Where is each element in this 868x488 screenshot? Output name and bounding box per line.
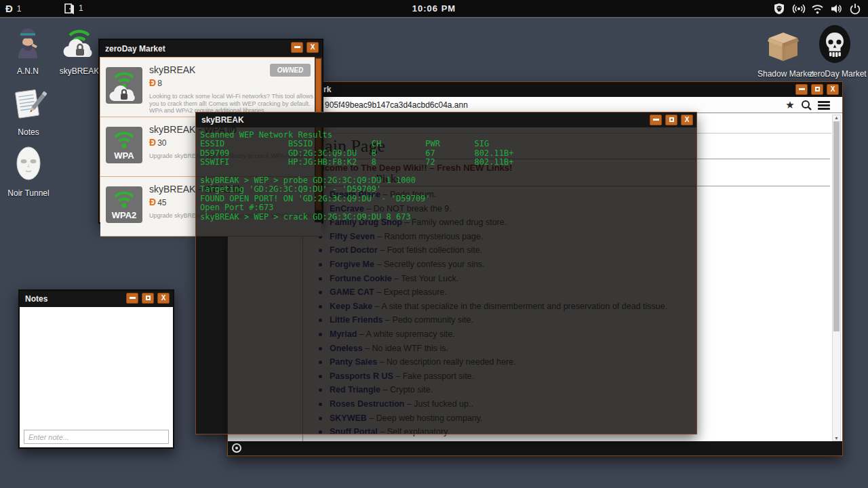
terminal-line: D59709 GD:2G:3C:Q9:DU 8 67 802.11B+ [200, 149, 692, 158]
terminal-line: Open Port #:673 [200, 203, 692, 212]
icon-protocol-label: WPA [106, 150, 142, 161]
close-button[interactable]: X [681, 115, 693, 125]
detective-icon [10, 26, 45, 64]
note-input[interactable] [24, 430, 169, 444]
terminal-line [200, 167, 692, 176]
page-scrollbar[interactable]: ▲ ▼ [832, 115, 841, 441]
broadcast-icon[interactable] [792, 3, 804, 15]
close-button[interactable]: X [157, 293, 170, 304]
notes-body [20, 307, 173, 447]
status-circle-icon[interactable] [232, 443, 241, 453]
item-title: skyBREAK [149, 64, 195, 75]
close-button[interactable]: X [827, 84, 839, 95]
terminal-line: FOUND OPEN PORT! ON 'GD:2G:3C:Q9:DU' - '… [200, 195, 692, 203]
shield-skull-icon[interactable] [773, 3, 785, 15]
skull-icon [816, 24, 853, 66]
item-wifi-icon [106, 67, 142, 104]
bitcoin-icon: Ð [149, 77, 156, 88]
icon-protocol-label: WPA2 [106, 210, 142, 220]
terminal-line: SSWIFI HP:JG:HB:F8:K2 8 72 802.11B+ [200, 158, 692, 167]
mask-icon [11, 145, 46, 186]
market-item[interactable]: skyBREAK Ð8 OWNED Looking to crack some … [100, 58, 321, 117]
desktop-icon-skybreak[interactable]: skyBREAK [54, 24, 105, 76]
owned-badge: OWNED [270, 64, 311, 77]
volume-icon[interactable] [830, 3, 842, 15]
price-value: 8 [157, 79, 162, 88]
scroll-down-arrow[interactable]: ▼ [833, 436, 840, 441]
maximize-button[interactable] [142, 293, 154, 304]
terminal-title: skyBREAK [196, 115, 244, 125]
item-price: Ð45 [149, 197, 166, 207]
item-wifi-icon: WPA2 [106, 186, 142, 223]
notes-window: Notes X [18, 289, 174, 449]
desktop-icon-notes[interactable]: Notes [3, 85, 54, 137]
maximize-button[interactable] [811, 84, 823, 95]
desktop-icon-label: Notes [3, 127, 54, 137]
minimize-button[interactable] [126, 293, 138, 304]
scrollbar-thumb[interactable] [833, 121, 840, 331]
price-value: 45 [157, 198, 166, 207]
bitcoin-icon: Ð [149, 197, 156, 207]
terminal-line: Scanned WEP Network Results [200, 131, 692, 140]
notepad-icon [10, 85, 47, 125]
terminal-line: skyBREAK > WEP > probe GD:2G:3C:Q9:DU 1 … [200, 176, 692, 185]
market-titlebar[interactable]: zeroDay Market X [100, 40, 322, 57]
terminal-line: ESSID BSSID CH PWR SIG [200, 140, 692, 148]
notes-titlebar[interactable]: Notes X [20, 291, 173, 307]
item-wifi-icon: WPA [106, 127, 142, 163]
market-title: zeroDay Market [100, 44, 165, 54]
desktop-icon-ann[interactable]: A.N.N [2, 26, 54, 76]
wifi-icon[interactable] [811, 3, 823, 15]
terminal-line: Targeting 'GD:2G:3C:Q9:DU' - 'D59709' [200, 185, 692, 194]
box-icon [764, 27, 803, 66]
clock: 10:06 PM [0, 3, 868, 14]
terminal-output[interactable]: Scanned WEP Network Results ESSID BSSID … [196, 127, 696, 434]
terminal-line: skyBREAK > WEP > crack GD:2G:3C:Q9:DU 8 … [200, 213, 692, 222]
desktop-icon-label: Noir Tunnel [3, 188, 54, 198]
item-price: Ð8 [149, 77, 162, 88]
desktop-icon-zeroday-market[interactable]: zeroDay Market [809, 24, 861, 79]
top-status-bar: Ð 1 1 10:06 PM [0, 0, 868, 18]
desktop-icon-shadow-market[interactable]: Shadow Market [757, 27, 809, 79]
terminal-window: skyBREAK X Scanned WEP Network Results E… [195, 112, 697, 434]
notes-title: Notes [20, 294, 47, 304]
minimize-button[interactable] [795, 84, 808, 95]
maximize-button[interactable] [665, 115, 677, 125]
desktop-icon-noir-tunnel[interactable]: Noir Tunnel [3, 145, 54, 198]
close-button[interactable]: X [307, 42, 319, 53]
price-value: 30 [157, 138, 166, 148]
menu-icon[interactable] [818, 99, 830, 111]
desktop-icon-label: zeroDay Market [809, 69, 861, 79]
bookmark-star-icon[interactable]: ★ [784, 99, 796, 111]
desktop-icon-label: A.N.N [2, 66, 54, 76]
minimize-button[interactable] [291, 42, 303, 53]
terminal-titlebar[interactable]: skyBREAK X [196, 113, 696, 127]
desktop-icon-label: Shadow Market [757, 69, 809, 79]
search-icon[interactable] [800, 99, 812, 111]
browser-bottombar [228, 441, 842, 455]
scroll-up-arrow[interactable]: ▲ [833, 115, 840, 120]
item-price: Ð30 [149, 137, 166, 148]
desktop-icon-label: skyBREAK [54, 66, 105, 76]
minimize-button[interactable] [650, 115, 662, 125]
wifi-cloud-lock-icon [60, 24, 98, 64]
item-description: Looking to crack some local Wi-Fi networ… [149, 93, 320, 115]
bitcoin-icon: Ð [149, 137, 156, 148]
cloud-lock-icon [108, 79, 140, 102]
power-icon[interactable] [849, 3, 861, 15]
